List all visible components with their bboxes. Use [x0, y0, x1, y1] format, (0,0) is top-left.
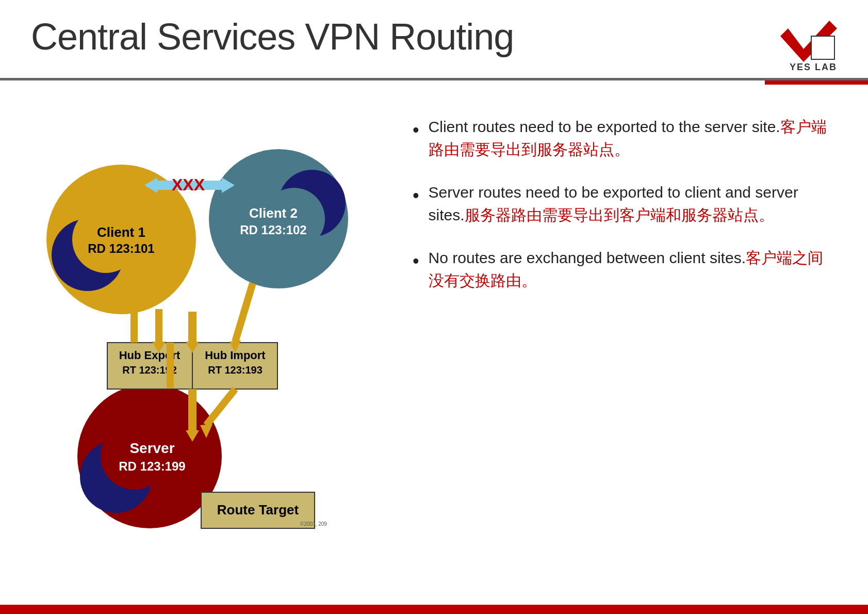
bullets-area: • Client routes need to be exported to t… [413, 105, 837, 564]
bullet-item-1: • Client routes need to be exported to t… [413, 116, 837, 160]
svg-line-30 [206, 389, 235, 425]
bullet-item-2: • Server routes need to be exported to c… [413, 181, 837, 226]
main-content: XXX Hub Export RT 123:192 Hub Import RT … [0, 85, 868, 575]
svg-text:©2003, 209: ©2003, 209 [300, 521, 327, 527]
svg-text:Client 2: Client 2 [249, 205, 298, 221]
svg-text:RD 123:199: RD 123:199 [119, 459, 185, 473]
bullet-text-3: No routes are exchanged between client s… [429, 247, 837, 292]
separator-top [0, 78, 868, 80]
header: Central Services VPN Routing YES LAB [0, 0, 868, 78]
svg-point-10 [101, 423, 168, 490]
bullet-dot-1: • [413, 117, 419, 143]
svg-line-28 [235, 283, 253, 342]
svg-text:Client 1: Client 1 [97, 224, 145, 240]
svg-text:Route Target: Route Target [217, 502, 299, 518]
svg-text:RD 123:102: RD 123:102 [240, 223, 306, 237]
vpn-diagram: XXX Hub Export RT 123:192 Hub Import RT … [31, 105, 382, 549]
bullet-dot-3: • [413, 248, 419, 274]
bullet-item-3: • No routes are exchanged between client… [413, 247, 837, 292]
separator-red [765, 80, 868, 85]
yes-lab-logo [780, 21, 837, 67]
svg-text:Server: Server [129, 440, 174, 456]
bullet-text-2: Server routes need to be exported to cli… [429, 181, 837, 226]
logo-text: YES LAB [790, 62, 837, 73]
bottom-bar [0, 605, 868, 614]
svg-rect-1 [811, 36, 834, 59]
bullet-text-1: Client routes need to be exported to the… [429, 116, 837, 160]
page-title: Central Services VPN Routing [31, 15, 514, 58]
logo-area: YES LAB [780, 21, 837, 73]
svg-text:RD 123:101: RD 123:101 [88, 241, 154, 255]
svg-text:XXX: XXX [172, 175, 205, 194]
svg-text:RT 123:193: RT 123:193 [208, 364, 263, 376]
diagram-area: XXX Hub Export RT 123:192 Hub Import RT … [31, 105, 382, 544]
bullet-dot-2: • [413, 182, 419, 209]
